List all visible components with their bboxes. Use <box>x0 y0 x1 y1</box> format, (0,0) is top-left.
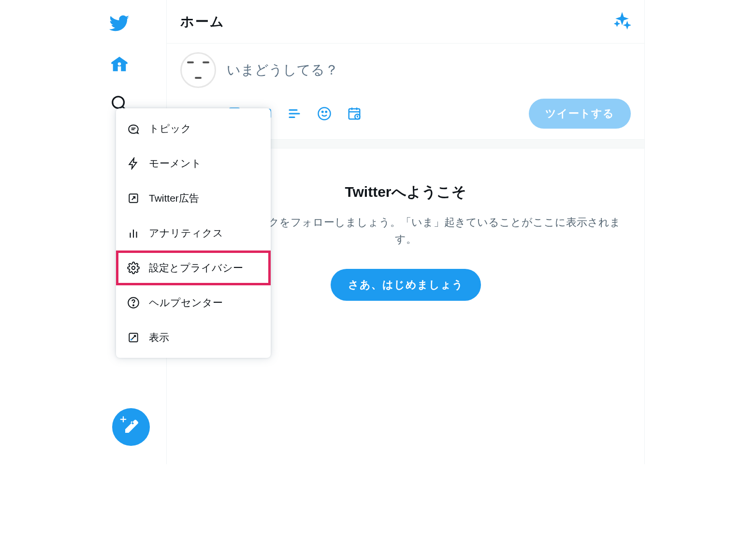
menu-item-moments[interactable]: モーメント <box>116 146 271 181</box>
display-icon <box>127 331 140 344</box>
more-menu: トピック モーメント Twitter広告 アナリティクス 設定とプライバシー <box>116 108 271 358</box>
svg-point-25 <box>133 305 134 306</box>
page-title: ホーム <box>180 13 225 31</box>
help-icon <box>127 296 140 309</box>
svg-point-9 <box>319 108 331 120</box>
compose-tweet-button[interactable] <box>112 408 150 446</box>
get-started-button[interactable]: さあ、はじめましょう <box>331 269 481 301</box>
menu-item-label: アナリティクス <box>149 226 223 240</box>
menu-item-display[interactable]: 表示 <box>116 320 271 355</box>
gear-icon <box>127 261 140 275</box>
chart-icon <box>127 226 140 240</box>
avatar[interactable] <box>180 52 216 88</box>
twitter-logo-icon[interactable] <box>106 10 133 37</box>
compose-input[interactable]: いまどうしてる？ <box>227 61 338 79</box>
poll-icon[interactable] <box>287 106 302 121</box>
emoji-icon[interactable] <box>317 106 332 121</box>
topic-icon <box>127 122 140 135</box>
external-icon <box>127 191 140 205</box>
svg-point-0 <box>113 97 124 108</box>
schedule-icon[interactable] <box>347 106 362 121</box>
menu-item-ads[interactable]: Twitter広告 <box>116 181 271 216</box>
menu-item-label: トピック <box>149 122 191 135</box>
menu-item-settings-privacy[interactable]: 設定とプライバシー <box>116 250 271 285</box>
menu-item-analytics[interactable]: アナリティクス <box>116 216 271 250</box>
sparkle-icon[interactable] <box>613 12 631 31</box>
home-icon[interactable] <box>106 51 133 78</box>
menu-item-topics[interactable]: トピック <box>116 111 271 146</box>
menu-item-label: モーメント <box>149 157 202 170</box>
svg-point-10 <box>322 111 323 113</box>
menu-item-label: 設定とプライバシー <box>149 261 243 275</box>
menu-item-help[interactable]: ヘルプセンター <box>116 285 271 320</box>
header: ホーム <box>167 0 644 44</box>
svg-point-11 <box>326 111 327 113</box>
tweet-button[interactable]: ツイートする <box>529 99 631 129</box>
svg-point-27 <box>131 339 132 340</box>
menu-item-label: Twitter広告 <box>149 191 199 205</box>
menu-item-label: 表示 <box>149 331 169 344</box>
svg-point-23 <box>132 266 135 270</box>
menu-item-label: ヘルプセンター <box>149 296 223 309</box>
lightning-icon <box>127 157 140 170</box>
